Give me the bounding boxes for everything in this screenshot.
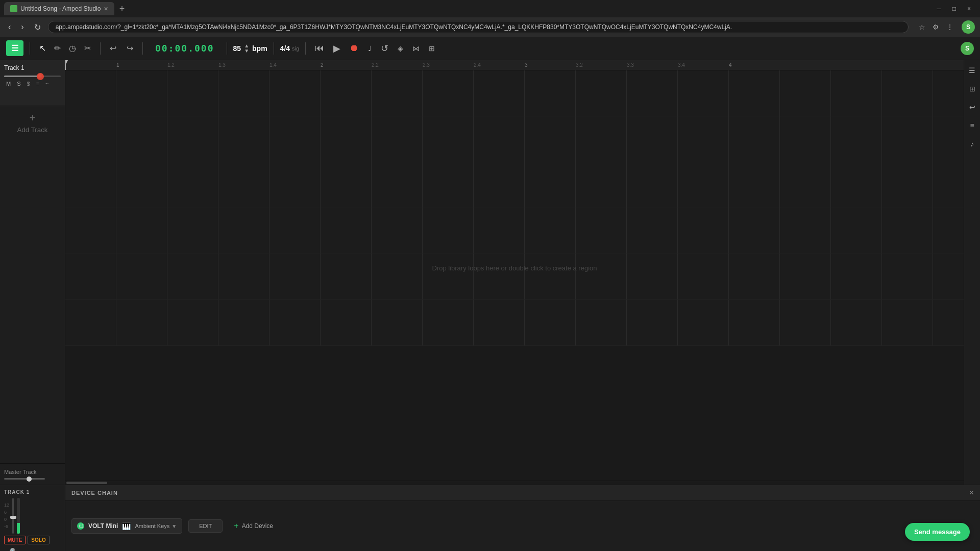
clock-tool-button[interactable]: ◷ — [66, 41, 79, 55]
time-sig-control[interactable]: 4/4 sig — [280, 44, 300, 53]
eq-icon[interactable]: ≡ — [19, 548, 24, 551]
mixer-controls: MUTE SOLO — [4, 536, 61, 544]
bpm-up-button[interactable]: ▲ — [243, 43, 250, 48]
mixer-solo-button[interactable]: SOLO — [28, 536, 49, 544]
right-tool-curve-button[interactable]: ↩ — [967, 101, 977, 113]
device-name: VOLT Mini — [88, 522, 118, 530]
device-chain-close-button[interactable]: × — [969, 488, 974, 497]
device-item-volt-mini[interactable]: ⏻ VOLT Mini 🎹 Ambient Keys ▼ — [71, 518, 182, 534]
device-preset-selector[interactable]: Ambient Keys ▼ — [135, 523, 177, 529]
horizontal-scrollbar[interactable] — [65, 481, 964, 485]
automation-button[interactable]: ⋈ — [409, 42, 423, 55]
empty-lane-2 — [65, 162, 964, 208]
refresh-button[interactable]: ↻ — [31, 21, 44, 33]
send-message-container: Send message — [905, 523, 970, 541]
fader-thumb[interactable] — [10, 516, 16, 519]
maximize-button[interactable]: □ — [947, 3, 961, 14]
active-tab[interactable]: Untitled Song - Amped Studio × — [4, 2, 114, 15]
track-1-lane[interactable] — [65, 70, 964, 116]
add-device-plus-icon: + — [234, 521, 238, 531]
device-chain-panel: DEVICE CHAIN × ⏻ VOLT Mini 🎹 Ambient Key… — [65, 485, 980, 551]
playhead-line — [65, 60, 66, 70]
empty-lane-3 — [65, 208, 964, 254]
tool-group-select: ↖ ✏ ◷ ✂ — [36, 41, 94, 55]
undo-button[interactable]: ↩ — [107, 41, 119, 55]
track-1-volume-knob[interactable] — [37, 73, 44, 80]
mic-icon[interactable]: 🎤 — [4, 547, 15, 551]
send-message-button[interactable]: Send message — [905, 523, 970, 541]
track-1-arm-button[interactable]: $ — [25, 80, 32, 87]
ruler-tick-33: 3.3 — [627, 62, 634, 68]
device-power-button[interactable]: ⏻ — [77, 522, 84, 530]
track-1-automation-button[interactable]: ~ — [43, 80, 51, 87]
bottom-track-icons: 🎤 ≡ — [4, 547, 61, 551]
new-tab-button[interactable]: + — [116, 4, 128, 14]
play-button[interactable]: ▶ — [330, 41, 344, 56]
select-tool-button[interactable]: ↖ — [36, 41, 49, 55]
ruler-tick-13: 1.3 — [218, 62, 226, 68]
rewind-button[interactable]: ⏮ — [312, 41, 327, 56]
add-track-button[interactable]: + Add Track — [0, 106, 65, 140]
minimize-button[interactable]: ─ — [932, 3, 946, 14]
pencil-tool-button[interactable]: ✏ — [51, 41, 64, 55]
right-tool-grid-button[interactable]: ⊞ — [967, 83, 977, 95]
back-button[interactable]: ‹ — [5, 21, 14, 33]
bpm-value: 85 — [233, 44, 241, 53]
redo-button[interactable]: ↪ — [124, 41, 136, 55]
forward-button[interactable]: › — [18, 21, 27, 33]
master-track-label: Master Track — [4, 469, 61, 475]
device-edit-button[interactable]: EDIT — [188, 519, 223, 533]
bottom-panel: TRACK 1 12 6 0 -6 MUTE — [0, 485, 980, 551]
h-scroll-thumb[interactable] — [66, 482, 107, 484]
right-tool-piano-button[interactable]: ♪ — [968, 138, 976, 150]
device-preset-name: Ambient Keys — [135, 523, 169, 529]
main-menu-button[interactable]: ☰ — [6, 40, 23, 56]
scissors-tool-button[interactable]: ✂ — [81, 41, 94, 55]
profile-button[interactable]: S — [962, 20, 975, 34]
master-volume-slider[interactable] — [4, 478, 45, 480]
right-tool-list-button[interactable]: ≡ — [968, 119, 976, 132]
track-1-name: Track 1 — [4, 64, 61, 71]
marker-button[interactable]: ◈ — [395, 42, 406, 55]
address-bar: ‹ › ↻ app.ampedstudio.com/?_gl=1*zkt20c*… — [0, 17, 980, 37]
loop-button[interactable]: ↺ — [378, 41, 391, 56]
record-button[interactable]: ⏺ — [347, 41, 362, 56]
track-1-solo-button[interactable]: S — [15, 80, 22, 87]
volume-fader[interactable] — [12, 498, 14, 534]
tab-close-button[interactable]: × — [104, 5, 108, 12]
mixer-mute-button[interactable]: MUTE — [4, 536, 26, 544]
main-area: Track 1 M S $ ≡ ~ + Add Trac — [0, 60, 980, 485]
master-volume-thumb[interactable] — [27, 477, 32, 482]
menu-icon[interactable]: ⋮ — [944, 22, 955, 32]
db-label-mid: 6 — [4, 510, 9, 515]
master-track-section: Master Track — [0, 463, 65, 485]
ruler-tick-34: 3.4 — [678, 62, 685, 68]
bpm-control[interactable]: 85 ▲ ▼ bpm — [233, 43, 267, 54]
tab-favicon — [10, 5, 17, 12]
mix-button[interactable]: ⊞ — [426, 42, 438, 55]
bookmark-icon[interactable]: ☆ — [917, 22, 927, 32]
arrange-tracks[interactable]: Drop library loops here or double click … — [65, 70, 964, 481]
fader-container: 12 6 0 -6 — [4, 498, 61, 534]
right-panel: ☰ ⊞ ↩ ≡ ♪ — [964, 60, 980, 485]
level-meter — [17, 498, 20, 534]
add-device-button[interactable]: + Add Device — [229, 518, 278, 534]
bpm-down-button[interactable]: ▼ — [243, 48, 250, 54]
metronome-button[interactable]: ♩ — [365, 42, 375, 55]
ruler-tick-12: 1.2 — [167, 62, 175, 68]
right-tool-layers-button[interactable]: ☰ — [967, 64, 977, 77]
track-1-mute-button[interactable]: M — [4, 80, 13, 87]
url-bar[interactable]: app.ampedstudio.com/?_gl=1*zkt20c*_ga*MT… — [48, 21, 909, 33]
close-window-button[interactable]: × — [962, 3, 976, 14]
window-controls: ─ □ × — [932, 3, 976, 14]
toolbar: ☰ ↖ ✏ ◷ ✂ ↩ ↪ 00:00.000 85 ▲ ▼ bpm — [0, 37, 980, 60]
empty-lane-1 — [65, 116, 964, 162]
device-chain-content: ⏻ VOLT Mini 🎹 Ambient Keys ▼ EDIT + Add … — [65, 501, 980, 551]
timeline-ruler: 1 1.2 1.3 1.4 2 2.2 2.3 2.4 3 3.2 3.3 3.… — [65, 60, 964, 70]
track-1-eq-button[interactable]: ≡ — [34, 80, 41, 87]
ruler-tick-24: 2.4 — [474, 62, 481, 68]
track-1-header[interactable]: Track 1 M S $ ≡ ~ — [0, 60, 65, 106]
ruler-tick-2: 2 — [321, 62, 324, 68]
extensions-icon[interactable]: ⚙ — [930, 22, 941, 32]
app-profile-button[interactable]: S — [961, 42, 974, 55]
